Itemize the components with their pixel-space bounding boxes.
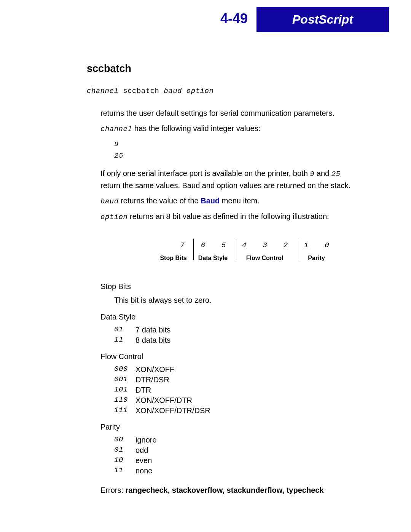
bit-label-flowcontrol: Flow Control — [234, 252, 296, 264]
channel-values: 9 25 — [114, 139, 361, 162]
code: 01 — [114, 325, 135, 335]
baud-pre: returns the value of the — [119, 197, 201, 205]
code: 01 — [114, 445, 135, 455]
code: 110 — [114, 395, 135, 406]
code: 101 — [114, 385, 135, 395]
single-port-mid: and — [314, 169, 331, 177]
single-port-pre: If only one serial interface port is ava… — [100, 169, 310, 177]
command-signature: channel sccbatch baud option — [87, 87, 361, 95]
bit-num: 1 — [296, 240, 317, 251]
parity-term: Parity — [100, 421, 361, 433]
code: 10 — [114, 455, 135, 466]
value: XON/XOFF — [135, 364, 174, 375]
value: ignore — [135, 435, 157, 445]
value: DTR/DSR — [135, 375, 169, 385]
parity-table: 00ignore 01odd 10even 11none — [114, 435, 361, 476]
flowcontrol-term: Flow Control — [100, 351, 361, 362]
sig-args-post: baud option — [164, 87, 213, 95]
bitfield-divider — [193, 239, 194, 260]
errors-label: Errors: — [100, 486, 126, 494]
value: even — [135, 455, 152, 466]
channel-paragraph: channel has the following valid integer … — [100, 123, 361, 135]
bitfield-wrap: 7 6 5 4 3 2 1 0 Stop Bits Data Style Flo… — [155, 240, 337, 264]
datastyle-term: Data Style — [100, 311, 361, 323]
page-number: 4-49 — [220, 11, 248, 27]
errors-line: Errors: rangecheck, stackoverflow, stack… — [100, 484, 361, 496]
table-row: 10even — [114, 455, 361, 466]
table-row: 001DTR/DSR — [114, 375, 361, 385]
table-row: 00ignore — [114, 435, 361, 445]
bit-labels-row: Stop Bits Data Style Flow Control Parity — [155, 252, 337, 264]
bit-num: 5 — [213, 240, 234, 251]
code: 001 — [114, 375, 135, 385]
bit-num: 0 — [317, 240, 337, 251]
table-row: 101DTR — [114, 385, 361, 395]
value: 8 data bits — [135, 335, 170, 345]
code: 111 — [114, 406, 135, 416]
single-port-paragraph: If only one serial interface port is ava… — [100, 168, 361, 191]
bit-num: 7 — [172, 240, 193, 251]
baud-menu-link[interactable]: Baud — [201, 197, 220, 205]
errors-list: rangecheck, stackoverflow, stackunderflo… — [126, 486, 324, 494]
table-row: 01odd — [114, 445, 361, 455]
bit-num: 4 — [234, 240, 255, 251]
value: XON/XOFF/DTR — [135, 395, 192, 406]
bit-label-datastyle: Data Style — [192, 252, 234, 264]
code: 11 — [114, 335, 135, 345]
table-row: 110XON/XOFF/DTR — [114, 395, 361, 406]
sig-cmd: sccbatch — [123, 87, 159, 95]
section-title-text: PostScript — [292, 13, 353, 27]
bitfield-divider — [300, 239, 300, 260]
table-row: 000XON/XOFF — [114, 364, 361, 375]
stopbits-term: Stop Bits — [100, 281, 361, 292]
baud-post: menu item. — [220, 197, 259, 205]
bit-label-stopbits: Stop Bits — [155, 252, 192, 264]
code: 00 — [114, 435, 135, 445]
code: 000 — [114, 364, 135, 375]
option-text: returns an 8 bit value as defined in the… — [127, 212, 329, 220]
channel-param: channel — [100, 125, 132, 133]
channel-value: 25 — [114, 150, 361, 161]
definitions-list: Stop Bits This bit is always set to zero… — [100, 281, 361, 476]
channel-text: has the following valid integer values: — [132, 124, 260, 133]
baud-param: baud — [100, 197, 119, 206]
page-content: sccbatch channel sccbatch baud option re… — [87, 63, 361, 500]
command-heading: sccbatch — [87, 63, 361, 75]
bitfield-divider — [236, 239, 236, 260]
table-row: 11none — [114, 466, 361, 476]
value: none — [135, 466, 153, 476]
page-number-box: 4-49 — [212, 3, 256, 34]
code: 11 — [114, 466, 135, 476]
value: 7 data bits — [135, 325, 170, 335]
bit-num: 2 — [275, 240, 296, 251]
flowcontrol-table: 000XON/XOFF 001DTR/DSR 101DTR 110XON/XOF… — [114, 364, 361, 416]
single-port-v1: 9 — [310, 170, 314, 178]
table-row: 118 data bits — [114, 335, 361, 345]
table-row: 111XON/XOFF/DTR/DSR — [114, 406, 361, 416]
datastyle-table: 017 data bits 118 data bits — [114, 325, 361, 345]
bit-label-parity: Parity — [296, 252, 337, 264]
bitfield-diagram: 7 6 5 4 3 2 1 0 Stop Bits Data Style Flo… — [155, 240, 337, 264]
stopbits-desc: This bit is always set to zero. — [114, 294, 361, 306]
value: DTR — [135, 385, 151, 395]
baud-paragraph: baud returns the value of the Baud menu … — [100, 195, 361, 207]
section-title: PostScript — [256, 7, 389, 32]
value: odd — [135, 445, 148, 455]
value: XON/XOFF/DTR/DSR — [135, 406, 210, 416]
option-paragraph: option returns an 8 bit value as defined… — [100, 211, 361, 223]
sig-arg-channel: channel — [87, 87, 118, 95]
single-port-end: return the same values. Baud and option … — [100, 181, 350, 190]
bit-numbers-row: 7 6 5 4 3 2 1 0 — [155, 240, 337, 251]
intro-paragraph: returns the user default settings for se… — [100, 107, 361, 119]
channel-value: 9 — [114, 139, 361, 150]
single-port-v2: 25 — [331, 170, 341, 178]
bit-num: 3 — [255, 240, 275, 251]
option-param: option — [100, 213, 127, 221]
body-indent: returns the user default settings for se… — [100, 107, 361, 496]
table-row: 017 data bits — [114, 325, 361, 335]
bit-num: 6 — [193, 240, 213, 251]
